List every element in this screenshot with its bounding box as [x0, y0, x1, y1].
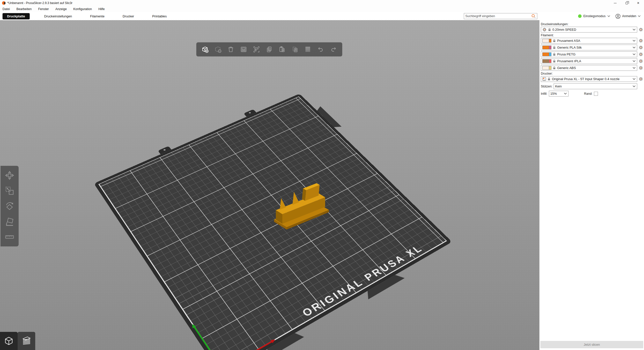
- mode-dot-icon: [578, 14, 582, 18]
- lock-icon: [548, 28, 551, 31]
- filament-edit-button[interactable]: [638, 39, 643, 43]
- search-icon[interactable]: [531, 14, 536, 18]
- supports-dropdown[interactable]: Kein: [554, 83, 637, 89]
- chevron-down-icon: [632, 40, 636, 42]
- print-settings-dropdown[interactable]: 0.20mm SPEED: [541, 27, 637, 33]
- gear-icon: [639, 52, 643, 56]
- delete-all-icon[interactable]: [226, 44, 236, 54]
- filament-edit-button[interactable]: [638, 59, 643, 63]
- window-title: *Unbenannt - PrusaSlicer-2.9.3 basiert a…: [7, 1, 72, 5]
- preview-view-button[interactable]: [18, 332, 35, 350]
- filament-dropdown-5[interactable]: Generic ABS: [541, 65, 637, 71]
- infill-dropdown[interactable]: 15%: [549, 91, 569, 97]
- brim-checkbox[interactable]: [594, 92, 598, 96]
- search-box: [464, 13, 537, 19]
- remove-object-icon[interactable]: [213, 44, 223, 54]
- sliced-layers-icon: [21, 336, 32, 346]
- viewport-3d[interactable]: ORIGINAL PRUSA XL: [0, 20, 539, 350]
- printer-dropdown[interactable]: Original Prusa XL - 5T Input Shaper 0.4 …: [541, 76, 637, 82]
- chevron-down-icon: [632, 67, 636, 69]
- variable-layer-height-icon[interactable]: [303, 44, 313, 54]
- fill-bed-icon[interactable]: [251, 44, 261, 54]
- rotate-icon[interactable]: [4, 201, 15, 212]
- set-instances-icon[interactable]: [290, 44, 300, 54]
- print-settings-gear-icon: [542, 27, 547, 32]
- scale-icon[interactable]: [4, 185, 15, 196]
- prusaslicer-logo-icon: [2, 1, 6, 5]
- filament-edit-button[interactable]: [638, 66, 643, 70]
- tab-druckplatte[interactable]: Druckplatte: [3, 13, 30, 19]
- menu-datei[interactable]: Datei: [3, 7, 10, 11]
- minimize-button[interactable]: [609, 0, 621, 6]
- filament-dropdown-1[interactable]: Prusament ASA: [541, 38, 637, 44]
- gear-icon: [639, 66, 643, 70]
- menu-fenster[interactable]: Fenster: [38, 7, 49, 11]
- lock-icon: [553, 39, 556, 42]
- cube-3d-icon: [4, 336, 14, 346]
- window-controls: ✕: [609, 0, 644, 6]
- printer-value: Original Prusa XL - 5T Input Shaper 0.4 …: [552, 77, 620, 81]
- search-input[interactable]: [465, 14, 531, 18]
- tab-filamente[interactable]: Filamente: [87, 13, 108, 19]
- filament-color-swatch: [542, 59, 551, 63]
- measure-icon[interactable]: [4, 231, 15, 242]
- redo-icon[interactable]: [328, 44, 338, 54]
- tab-druckeinstellungen[interactable]: Druckeinstellungen: [41, 13, 76, 19]
- filament-dropdown-4[interactable]: Prusament rPLA: [541, 58, 637, 64]
- filament-value: Generic ABS: [557, 66, 576, 70]
- chevron-down-icon: [632, 28, 636, 31]
- menu-bar: Datei Bearbeiten Fenster Anzeige Konfigu…: [0, 6, 644, 12]
- gear-icon: [639, 77, 643, 81]
- filament-value: Prusament ASA: [557, 39, 580, 43]
- bed-brand-text: ORIGINAL PRUSA XL: [300, 243, 425, 319]
- gear-icon: [639, 45, 643, 50]
- tab-printables[interactable]: Printables: [149, 13, 170, 19]
- gear-icon: [639, 27, 643, 32]
- mode-selector[interactable]: Einstiegsmodus: [578, 13, 610, 19]
- filament-dropdown-3[interactable]: Prusa PETG: [541, 51, 637, 57]
- chevron-down-icon: [607, 15, 610, 17]
- gear-icon: [639, 59, 643, 63]
- infill-value: 15%: [550, 92, 557, 96]
- filament-dropdown-2[interactable]: Generic PLA Silk: [541, 45, 637, 50]
- mode-label: Einstiegsmodus: [583, 14, 605, 18]
- close-button[interactable]: ✕: [632, 0, 644, 6]
- supports-label: Stützen:: [541, 85, 552, 88]
- filament-label: Filament:: [541, 34, 643, 37]
- supports-value: Kein: [555, 84, 562, 88]
- add-object-icon[interactable]: [200, 44, 210, 54]
- menu-anzeige[interactable]: Anzeige: [55, 7, 67, 11]
- chevron-down-icon: [632, 78, 636, 80]
- tab-drucker[interactable]: Drucker: [119, 13, 138, 19]
- menu-bearbeiten[interactable]: Bearbeiten: [16, 7, 31, 11]
- place-on-face-icon[interactable]: [4, 216, 15, 227]
- menu-konfiguration[interactable]: Konfiguration: [73, 7, 92, 11]
- menu-hilfe[interactable]: Hilfe: [98, 7, 105, 11]
- filament-edit-button[interactable]: [638, 52, 643, 56]
- paste-icon[interactable]: [277, 44, 287, 54]
- chevron-down-icon: [632, 60, 636, 62]
- arrange-icon[interactable]: [239, 44, 249, 54]
- print-settings-value: 0.20mm SPEED: [552, 28, 576, 31]
- editor-view-button[interactable]: [0, 332, 18, 350]
- lock-icon: [553, 46, 556, 49]
- object-toolbar: [196, 42, 342, 56]
- lock-icon: [548, 77, 550, 81]
- copy-icon[interactable]: [264, 44, 274, 54]
- filament-color-swatch: [542, 52, 551, 56]
- login-control[interactable]: Anmelden: [615, 13, 641, 19]
- maximize-button[interactable]: [621, 0, 632, 6]
- lock-icon: [553, 66, 556, 70]
- undo-icon[interactable]: [316, 44, 326, 54]
- move-icon[interactable]: [4, 170, 15, 181]
- print-settings-edit-button[interactable]: [638, 27, 643, 32]
- minimize-icon: [614, 3, 617, 3]
- model-object[interactable]: [267, 181, 347, 239]
- slice-now-button[interactable]: Jetzt slicen: [540, 341, 643, 348]
- filament-edit-button[interactable]: [638, 45, 643, 50]
- printer-edit-button[interactable]: [638, 77, 643, 81]
- login-label: Anmelden: [622, 14, 636, 18]
- filament-color-swatch: [542, 46, 551, 49]
- tab-bar: Druckplatte Druckeinstellungen Filamente…: [0, 12, 644, 20]
- infill-label: Infill:: [541, 92, 547, 96]
